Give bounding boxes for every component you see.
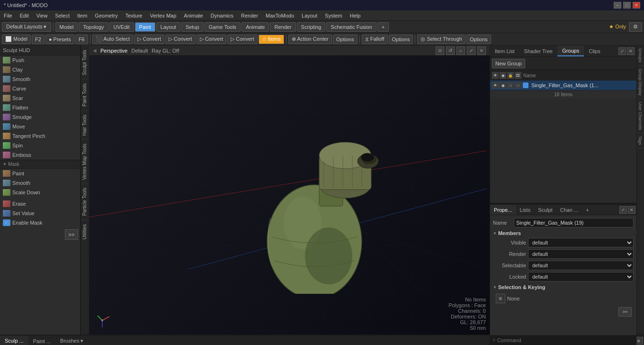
key-header-icon[interactable]: ⚿: [515, 72, 521, 79]
item-key-icon[interactable]: □: [515, 82, 521, 89]
menu-item[interactable]: Item: [73, 10, 91, 20]
item-lock-icon[interactable]: □: [507, 82, 514, 89]
menu-file[interactable]: File: [0, 10, 16, 20]
side-tab-utilities[interactable]: Utilities: [81, 220, 89, 243]
viewport-settings-btn[interactable]: ≡: [477, 46, 486, 55]
tab-groups[interactable]: Groups: [557, 45, 584, 56]
lock-header-icon[interactable]: 🔒: [507, 72, 514, 79]
tool-push[interactable]: Push: [0, 55, 80, 65]
tab-item-list[interactable]: Item List: [490, 45, 519, 56]
viewport-canvas[interactable]: No Items Polygons : Face Channels: 0 Def…: [89, 56, 490, 335]
tool-emboss[interactable]: Emboss: [0, 150, 80, 160]
bottom-tab-brushes[interactable]: Brushes ▾: [55, 336, 88, 345]
menu-select[interactable]: Select: [51, 10, 73, 20]
menu-texture[interactable]: Texture: [122, 10, 146, 20]
tool-tangent-pinch[interactable]: Tangent Pinch: [0, 131, 80, 141]
side-tab-sculpt-tools[interactable]: Sculpt Tools: [81, 45, 89, 79]
menu-help[interactable]: Help: [346, 10, 365, 20]
tab-render[interactable]: Render: [270, 22, 295, 32]
side-tab-paint-tools[interactable]: Paint Tools: [81, 79, 89, 110]
add-tab-button[interactable]: +: [377, 22, 389, 32]
star-only[interactable]: ★ Only: [609, 24, 626, 30]
viewport-shading[interactable]: Default: [131, 48, 148, 54]
viewport-raygl[interactable]: Ray GL: Off: [152, 48, 179, 54]
options-1[interactable]: Options: [333, 35, 358, 44]
menu-maxtomodo[interactable]: MaxToModo: [262, 10, 298, 20]
tab-layout[interactable]: Layout: [156, 22, 180, 32]
tool-carve[interactable]: Carve: [0, 84, 80, 93]
bottom-tab-sculpt[interactable]: Sculp ...: [0, 336, 28, 345]
item-vis-icon[interactable]: 👁: [492, 82, 499, 89]
tab-properties[interactable]: Prope...: [490, 205, 516, 215]
render-header-icon[interactable]: ◉: [500, 72, 506, 79]
right-tab-user-channels[interactable]: User Channels: [637, 99, 644, 134]
locked-select[interactable]: default yes no: [528, 272, 634, 281]
viewport-nav-left[interactable]: ◀: [93, 48, 97, 53]
tab-lists[interactable]: Lists: [516, 205, 535, 215]
menu-view[interactable]: View: [33, 10, 52, 20]
auto-select[interactable]: ⬛ Auto Select: [92, 35, 134, 44]
mask-set-value[interactable]: Set Value: [0, 209, 80, 218]
menu-edit[interactable]: Edit: [16, 10, 33, 20]
new-group-button[interactable]: New Group: [492, 59, 525, 68]
options-3[interactable]: Options: [466, 35, 491, 44]
mask-paint[interactable]: Paint: [0, 169, 80, 178]
settings-icon[interactable]: ⚙: [629, 22, 642, 32]
menu-vertex-map[interactable]: Vertex Map: [146, 10, 180, 20]
items-button[interactable]: ☆ Items: [259, 35, 284, 44]
default-layouts-dropdown[interactable]: Default Layouts ▾: [2, 22, 51, 32]
tab-scripting[interactable]: Scripting: [297, 22, 326, 32]
convert-btn-4[interactable]: ▷ Convert: [227, 35, 258, 44]
keying-grid-icon[interactable]: ⊞: [496, 294, 505, 303]
tool-smooth[interactable]: Smooth: [0, 74, 80, 84]
mask-scale-down[interactable]: Scale Down: [0, 188, 80, 197]
convert-btn-2[interactable]: ▷ Convert: [165, 35, 196, 44]
name-property-input[interactable]: [514, 218, 634, 227]
mask-smooth[interactable]: Smooth: [0, 178, 80, 188]
mask-section[interactable]: ▼ Mask: [0, 160, 80, 169]
item-row-gasmask[interactable]: 👁 ◉ □ □ Single_Filter_Gas_Mask (1...: [490, 81, 636, 91]
close-button[interactable]: ✕: [633, 2, 640, 9]
convert-btn-3[interactable]: ▷ Convert: [197, 35, 227, 44]
item-render-icon[interactable]: ◉: [500, 82, 506, 89]
bottom-tab-paint[interactable]: Paint ...: [28, 336, 55, 345]
action-center[interactable]: ⊕ Action Center: [288, 35, 332, 44]
side-tab-vertex-map-tools[interactable]: Vertex Map Tools: [81, 139, 89, 184]
tab-uvedit[interactable]: UVEdit: [109, 22, 134, 32]
menu-layout[interactable]: Layout: [298, 10, 321, 20]
side-tab-hair-tools[interactable]: Hair Tools: [81, 110, 89, 139]
tool-smudge[interactable]: Smudge: [0, 112, 80, 122]
side-tab-particle-tools[interactable]: Particle Tools: [81, 183, 89, 219]
tab-schematic-fusion[interactable]: Schematic Fusion: [326, 22, 376, 32]
tab-model[interactable]: Model: [55, 22, 78, 32]
convert-btn-1[interactable]: ▷ Convert: [134, 35, 164, 44]
mask-erase[interactable]: Erase: [0, 199, 80, 209]
tool-clay[interactable]: Clay: [0, 65, 80, 74]
viewport-frame-btn[interactable]: ↺: [446, 46, 455, 55]
presets-button[interactable]: ● Presets: [45, 35, 74, 44]
tab-sculpt[interactable]: Sculpt: [534, 205, 556, 215]
panel-collapse-btn[interactable]: ✕: [627, 47, 635, 55]
tab-setup[interactable]: Setup: [181, 22, 204, 32]
visible-select[interactable]: default yes no: [528, 238, 634, 247]
tab-paint[interactable]: Paint: [135, 22, 155, 32]
selectable-select[interactable]: default yes no: [528, 261, 634, 270]
viewport-look-btn[interactable]: ⊙: [436, 46, 444, 55]
menu-system[interactable]: System: [321, 10, 346, 20]
prop-close-btn[interactable]: ✕: [628, 206, 635, 214]
command-input[interactable]: [495, 337, 634, 343]
render-select[interactable]: default yes no: [528, 249, 634, 259]
tab-shader-tree[interactable]: Shader Tree: [519, 45, 558, 56]
options-2[interactable]: Options: [389, 35, 413, 44]
minimize-button[interactable]: –: [614, 2, 621, 9]
prop-expand-button[interactable]: >>: [618, 307, 632, 317]
tab-topology[interactable]: Topology: [79, 22, 108, 32]
tab-channels[interactable]: Chan ...: [556, 205, 582, 215]
model-mode[interactable]: ⬜ Model: [2, 35, 31, 44]
falloff-button[interactable]: ⧖ Falloff: [362, 35, 388, 44]
tool-scar[interactable]: Scar: [0, 93, 80, 103]
viewport-mode[interactable]: Perspective: [100, 48, 127, 54]
menu-animate[interactable]: Animate: [180, 10, 206, 20]
f2-key[interactable]: F2: [32, 35, 45, 44]
right-tab-groups[interactable]: Groups: [637, 45, 644, 66]
